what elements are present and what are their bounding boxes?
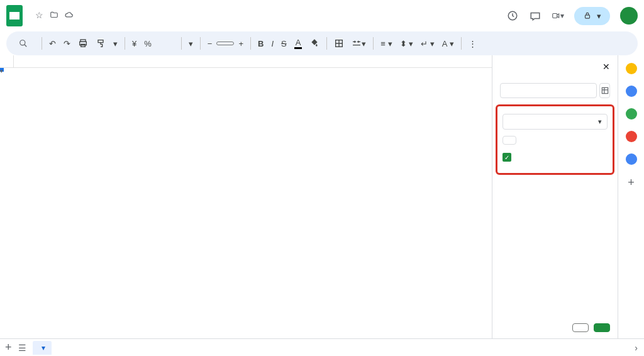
comment-icon[interactable] [529, 9, 541, 22]
calendar-addon-icon[interactable] [626, 63, 637, 74]
add-item-button[interactable] [502, 136, 516, 145]
undo-button[interactable]: ↶ [46, 36, 59, 51]
wrap-button[interactable]: ↵ ▾ [418, 36, 438, 51]
side-rail: + [618, 55, 644, 338]
keep-addon-icon[interactable] [626, 86, 637, 97]
cloud-saved-icon[interactable] [65, 11, 74, 19]
select-all-corner[interactable] [0, 55, 14, 67]
svg-rect-0 [553, 14, 557, 18]
font-size-input[interactable] [216, 42, 234, 45]
range-picker-icon[interactable] [599, 83, 610, 98]
data-validation-panel: ✕ ▾ ✓ [492, 55, 618, 338]
multi-select-checkbox[interactable]: ✓ [502, 153, 511, 162]
increase-font-button[interactable]: + [235, 36, 247, 51]
svg-rect-1 [586, 15, 590, 18]
rotate-button[interactable]: А ▾ [439, 36, 457, 51]
add-addon-icon[interactable]: + [628, 176, 635, 189]
tasks-addon-icon[interactable] [626, 108, 637, 120]
user-avatar[interactable] [620, 7, 638, 25]
sheets-app-icon[interactable] [6, 5, 23, 26]
currency-button[interactable]: ¥ [129, 36, 140, 51]
panel-close-icon[interactable]: ✕ [602, 62, 610, 72]
search-menus[interactable] [13, 36, 38, 50]
paint-format-button[interactable] [92, 36, 109, 51]
decrease-decimal-button[interactable] [156, 41, 162, 46]
italic-button[interactable]: I [268, 36, 277, 51]
percent-button[interactable]: % [141, 36, 155, 51]
sheet-list-button[interactable]: ☰ [18, 343, 26, 353]
text-color-button[interactable]: A [291, 35, 306, 52]
more-button[interactable]: ⋮ [465, 36, 480, 51]
borders-button[interactable] [331, 36, 347, 51]
valign-button[interactable]: ⬍ ▾ [397, 36, 417, 51]
print-button[interactable] [75, 36, 91, 51]
delete-rule-button[interactable] [572, 323, 589, 332]
add-sheet-button[interactable]: + [5, 341, 12, 354]
contacts-addon-icon[interactable] [626, 131, 637, 142]
titlebar: ☆ ▾ ▾ [0, 0, 644, 31]
sheet-tab[interactable]: ▾ [33, 341, 52, 355]
maps-addon-icon[interactable] [626, 153, 637, 165]
zoom-dropdown[interactable]: ▾ [110, 36, 121, 51]
fill-color-button[interactable] [306, 36, 323, 51]
spreadsheet-grid[interactable]: ▾ [0, 55, 492, 338]
done-button[interactable] [594, 323, 610, 332]
bold-button[interactable]: B [255, 36, 267, 51]
cell-dropdown-chevron[interactable]: ▾ [0, 68, 3, 74]
decrease-font-button[interactable]: − [204, 36, 216, 51]
toolbar: ↶ ↷ ▾ ¥ % ▾ − + B I S A ▾ ≡ ▾ ⬍ ▾ ↵ ▾ А … [6, 31, 638, 55]
svg-rect-7 [602, 87, 608, 93]
star-icon[interactable]: ☆ [35, 10, 43, 20]
scroll-right-icon[interactable]: › [635, 343, 638, 353]
increase-decimal-button[interactable] [164, 41, 170, 46]
history-icon[interactable] [506, 9, 519, 22]
criteria-highlighted-section: ▾ ✓ [496, 104, 614, 175]
strike-button[interactable]: S [278, 36, 290, 51]
share-button[interactable]: ▾ [574, 7, 610, 25]
more-formats-button[interactable] [171, 41, 177, 46]
move-folder-icon[interactable] [50, 11, 58, 19]
meet-icon[interactable]: ▾ [552, 9, 564, 22]
halign-button[interactable]: ≡ ▾ [377, 36, 395, 51]
range-input[interactable] [500, 83, 597, 98]
font-dropdown[interactable]: ▾ [186, 36, 196, 51]
svg-rect-5 [81, 44, 86, 47]
sheet-tab-bar: + ☰ ▾ › [0, 338, 644, 356]
criteria-dropdown[interactable]: ▾ [502, 114, 608, 130]
redo-button[interactable]: ↷ [60, 36, 74, 51]
merge-button[interactable]: ▾ [348, 36, 369, 51]
svg-point-2 [20, 40, 25, 45]
